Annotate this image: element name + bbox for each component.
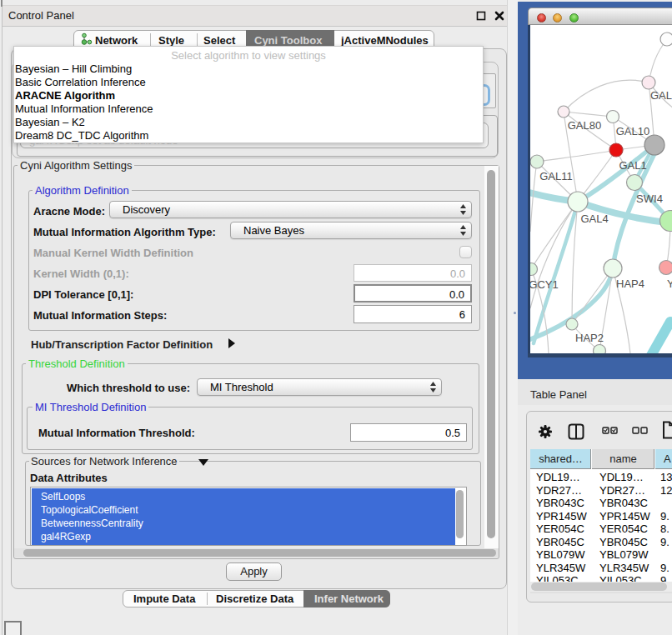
svg-text:GAL80: GAL80 [568, 119, 601, 132]
svg-text:HAP4: HAP4 [616, 278, 644, 290]
svg-text:GCY1: GCY1 [530, 278, 559, 291]
svg-text:GAL1: GAL1 [619, 159, 646, 172]
svg-text:GAL80: GAL80 [650, 89, 672, 102]
svg-text:SWI4: SWI4 [636, 192, 663, 205]
svg-text:GAL11: GAL11 [539, 170, 573, 182]
svg-text:GAL4: GAL4 [580, 212, 608, 225]
svg-text:HAP2: HAP2 [575, 332, 604, 344]
svg-text:GAL10: GAL10 [616, 125, 649, 138]
svg-text:Y: Y [667, 278, 672, 290]
